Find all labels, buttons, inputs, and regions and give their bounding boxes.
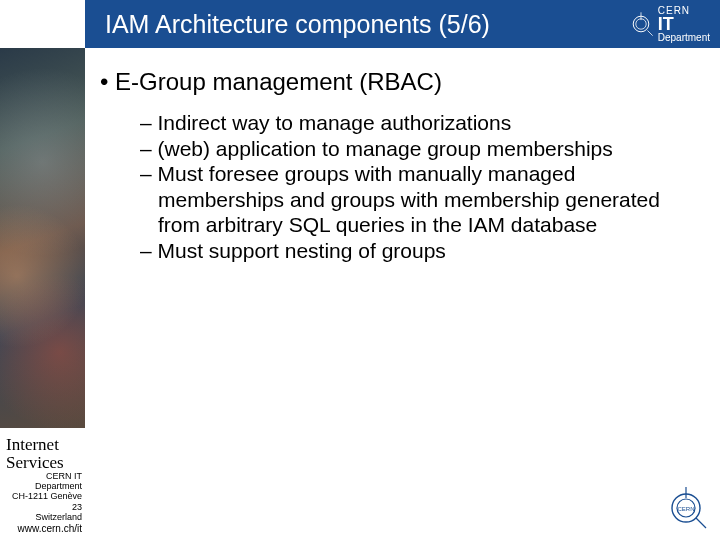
cern-ring-icon	[628, 11, 654, 37]
svg-line-7	[696, 518, 706, 528]
svg-line-3	[647, 31, 652, 36]
footer-line1: CERN IT Department	[4, 471, 82, 492]
sub-bullet-list: Indirect way to manage authorizations (w…	[140, 110, 705, 264]
footer-line2: CH-1211 Genève 23	[4, 491, 82, 512]
sidebar-label-line1: Internet	[6, 436, 64, 454]
sidebar-photo	[0, 48, 85, 428]
sub-bullet: Must foresee groups with manually manage…	[140, 161, 705, 238]
sidebar-label: Internet Services	[6, 436, 64, 472]
footer-line3: Switzerland	[4, 512, 82, 522]
sub-bullet: Must support nesting of groups	[140, 238, 705, 264]
sub-bullet: Indirect way to manage authorizations	[140, 110, 705, 136]
sidebar-label-line2: Services	[6, 454, 64, 472]
cern-it-logo: CERN IT Department	[628, 5, 710, 43]
cern-ring-icon: CERN	[664, 486, 708, 530]
svg-text:CERN: CERN	[677, 506, 694, 512]
footer-url: www.cern.ch/it	[4, 523, 82, 535]
logo-dept: Department	[658, 32, 710, 43]
logo-unit: IT	[658, 16, 674, 32]
sub-bullet: (web) application to manage group member…	[140, 136, 705, 162]
footer-address: CERN IT Department CH-1211 Genève 23 Swi…	[4, 471, 82, 534]
svg-point-1	[636, 19, 646, 29]
title-bar: IAM Architecture components (5/6) CERN I…	[85, 0, 720, 48]
heading-bullet: E-Group management (RBAC)	[100, 68, 705, 96]
slide-title: IAM Architecture components (5/6)	[105, 10, 628, 39]
slide-content: E-Group management (RBAC) Indirect way t…	[100, 68, 705, 264]
